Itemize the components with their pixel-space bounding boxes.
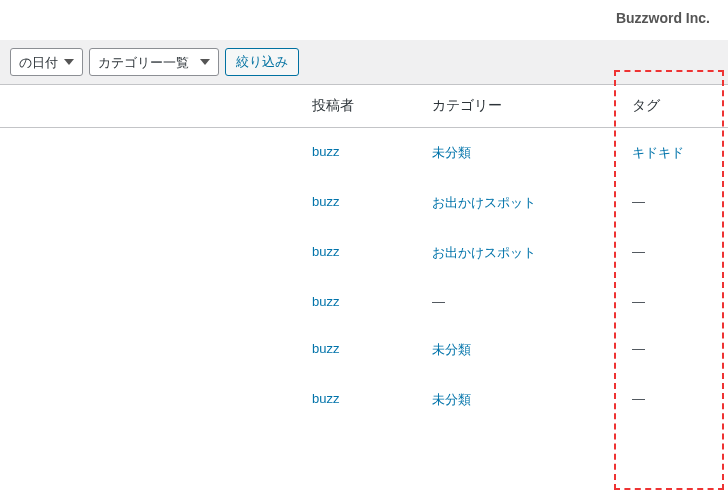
tag-text: — xyxy=(632,341,645,356)
category-link[interactable]: お出かけスポット xyxy=(432,195,536,210)
cell-tag: — xyxy=(622,278,728,325)
cell-tag: — xyxy=(622,375,728,425)
column-header-blank xyxy=(0,85,302,128)
table-row: buzzお出かけスポット— xyxy=(0,228,728,278)
cell-author: buzz xyxy=(302,178,422,228)
cell-category: お出かけスポット xyxy=(422,228,622,278)
category-text: — xyxy=(432,294,445,309)
category-link[interactable]: 未分類 xyxy=(432,342,471,357)
cell-category: お出かけスポット xyxy=(422,178,622,228)
table-row: buzz未分類キドキド xyxy=(0,128,728,179)
category-link[interactable]: 未分類 xyxy=(432,145,471,160)
column-header-category[interactable]: カテゴリー xyxy=(422,85,622,128)
cell-category: 未分類 xyxy=(422,325,622,375)
cell-category: — xyxy=(422,278,622,325)
table-row: buzz未分類— xyxy=(0,375,728,425)
brand-label: Buzzword Inc. xyxy=(616,10,710,26)
tag-link[interactable]: キドキド xyxy=(632,145,684,160)
cell-tag: — xyxy=(622,228,728,278)
author-link[interactable]: buzz xyxy=(312,144,339,159)
tag-text: — xyxy=(632,194,645,209)
filter-bar: の日付 カテゴリー一覧 絞り込み xyxy=(0,40,728,85)
category-filter-select[interactable]: カテゴリー一覧 xyxy=(89,48,219,76)
author-link[interactable]: buzz xyxy=(312,294,339,309)
cell-blank xyxy=(0,228,302,278)
cell-blank xyxy=(0,178,302,228)
cell-tag: — xyxy=(622,178,728,228)
column-header-author[interactable]: 投稿者 xyxy=(302,85,422,128)
category-link[interactable]: 未分類 xyxy=(432,392,471,407)
tag-text: — xyxy=(632,244,645,259)
table-row: buzz未分類— xyxy=(0,325,728,375)
cell-blank xyxy=(0,278,302,325)
filter-submit-button[interactable]: 絞り込み xyxy=(225,48,299,76)
cell-category: 未分類 xyxy=(422,375,622,425)
cell-author: buzz xyxy=(302,375,422,425)
author-link[interactable]: buzz xyxy=(312,194,339,209)
tag-text: — xyxy=(632,391,645,406)
cell-author: buzz xyxy=(302,228,422,278)
author-link[interactable]: buzz xyxy=(312,391,339,406)
cell-blank xyxy=(0,375,302,425)
table-row: buzz—— xyxy=(0,278,728,325)
cell-tag: キドキド xyxy=(622,128,728,179)
category-link[interactable]: お出かけスポット xyxy=(432,245,536,260)
cell-author: buzz xyxy=(302,325,422,375)
author-link[interactable]: buzz xyxy=(312,244,339,259)
cell-author: buzz xyxy=(302,128,422,179)
table-row: buzzお出かけスポット— xyxy=(0,178,728,228)
author-link[interactable]: buzz xyxy=(312,341,339,356)
cell-tag: — xyxy=(622,325,728,375)
cell-category: 未分類 xyxy=(422,128,622,179)
posts-table: 投稿者 カテゴリー タグ buzz未分類キドキドbuzzお出かけスポット—buz… xyxy=(0,85,728,425)
date-filter-select[interactable]: の日付 xyxy=(10,48,83,76)
column-header-tag[interactable]: タグ xyxy=(622,85,728,128)
cell-blank xyxy=(0,325,302,375)
cell-author: buzz xyxy=(302,278,422,325)
cell-blank xyxy=(0,128,302,179)
tag-text: — xyxy=(632,294,645,309)
